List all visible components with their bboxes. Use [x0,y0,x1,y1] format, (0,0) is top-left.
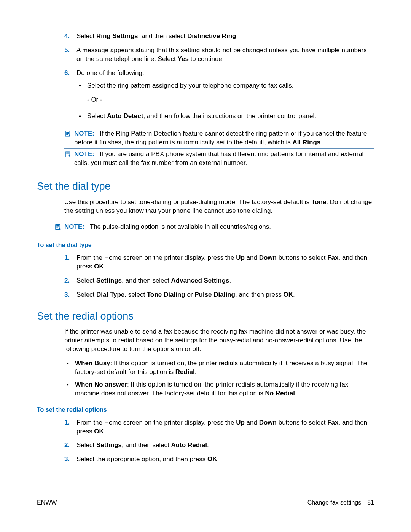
bold: Up [236,419,245,426]
step-body: A message appears stating that this sett… [76,46,374,64]
page-footer: ENWW Change fax settings51 [37,498,374,507]
step-number: 1. [64,419,76,436]
step-body: Do one of the following: Select the ring… [76,69,374,125]
text: . [293,291,295,298]
bullet-icon [64,359,75,377]
step-number: 2. [64,441,76,450]
step-4: 4. Select Ring Settings, and then select… [64,32,374,41]
step-6: 6. Do one of the following: Select the r… [64,69,374,125]
step-number: 2. [64,276,76,285]
step-number: 6. [64,69,76,125]
footer-left: ENWW [37,498,57,507]
step-2: 2. Select Settings, and then select Adva… [64,276,374,285]
footer-right: Change fax settings51 [307,498,374,507]
text: to continue. [189,55,224,62]
bold: Ring Settings [96,32,138,40]
bold: Fax [327,254,338,261]
procedure-heading: To set the dial type [37,241,374,249]
dial-steps: 1. From the Home screen on the printer d… [64,254,374,299]
bold: Yes [178,55,189,62]
text: Select the appropriate option, and then … [76,455,207,463]
text: buttons to select [277,419,327,426]
text: . [195,368,197,375]
step-5: 5. A message appears stating that this s… [64,46,374,64]
text: and [245,254,259,261]
bold: No Redial [265,390,295,397]
text: . [207,441,209,449]
step-3: 3. Select Dial Type, select Tone Dialing… [64,291,374,299]
step-body: From the Home screen on the printer disp… [76,254,374,271]
text: Select [87,112,107,120]
text: From the Home screen on the printer disp… [76,254,236,261]
bold: All Rings [293,139,321,146]
bold: Tone Dialing [147,291,185,298]
heading-set-redial-options: Set the redial options [37,309,374,323]
step-1: 1. From the Home screen on the printer d… [64,254,374,271]
note-label: NOTE: [64,223,84,230]
bullet-item: When No answer: If this option is turned… [64,380,374,398]
text: Use this procedure to set tone-dialing o… [64,198,311,206]
bullet-body: When No answer: If this option is turned… [75,380,374,398]
step-2: 2. Select Settings, and then select Auto… [64,441,374,450]
steps-continued: 4. Select Ring Settings, and then select… [64,32,374,125]
note-body: NOTE: If the Ring Pattern Detection feat… [74,129,374,147]
bold: OK [94,428,104,435]
text: , and then follow the instructions on th… [143,112,316,120]
bold: OK [284,291,293,298]
bold: Dial Type [96,291,124,298]
text: If the Ring Pattern Detection feature ca… [74,130,367,146]
text: . [295,390,297,397]
text: . [104,263,106,270]
note-box: NOTE: If you are using a PBX phone syste… [64,149,374,169]
text: Do one of the following: [76,69,374,78]
note-icon [64,129,74,147]
note-icon [64,150,74,168]
bold: Settings [96,277,122,284]
text: Select [76,441,96,449]
redial-steps: 1. From the Home screen on the printer d… [64,419,374,464]
text: , and then select [138,32,187,40]
bullet-item: Select the ring pattern assigned by your… [76,81,374,108]
bold: OK [207,455,217,463]
bold: When Busy [75,359,110,367]
step-1: 1. From the Home screen on the printer d… [64,419,374,436]
note-body: NOTE: The pulse-dialing option is not av… [64,223,374,232]
step-body: Select Dial Type, select Tone Dialing or… [76,291,374,299]
page-content: 4. Select Ring Settings, and then select… [37,32,374,469]
text: Select the ring pattern assigned by your… [87,81,374,90]
footer-section: Change fax settings [307,499,361,506]
note-label: NOTE: [74,150,94,158]
text: . [229,277,231,284]
paragraph: If the printer was unable to send a fax … [64,328,374,354]
bold: OK [94,263,104,270]
note-body: NOTE: If you are using a PBX phone syste… [74,150,374,168]
text: From the Home screen on the printer disp… [76,419,236,426]
step-number: 1. [64,254,76,271]
bold: Redial [175,368,195,375]
step-number: 5. [64,46,76,64]
step-body: From the Home screen on the printer disp… [76,419,374,436]
step-body: Select Settings, and then select Auto Re… [76,441,374,450]
step-body: Select Settings, and then select Advance… [76,276,374,285]
text: , and then select [122,441,171,449]
procedure-heading: To set the redial options [37,406,374,414]
note-wrap: NOTE: The pulse-dialing option is not av… [54,221,374,233]
step-3: 3. Select the appropriate option, and th… [64,455,374,464]
bullet-item: Select Auto Detect, and then follow the … [76,112,374,121]
text: If you are using a PBX phone system that… [74,150,363,166]
step-body: Select Ring Settings, and then select Di… [76,32,374,41]
note-box: NOTE: The pulse-dialing option is not av… [54,221,374,233]
bold: Fax [327,419,338,426]
bold: When No answer [75,381,127,388]
text: The pulse-dialing option is not availabl… [90,223,271,230]
bold: Auto Detect [107,112,143,120]
bullet-icon [64,380,75,398]
notes-block: NOTE: If the Ring Pattern Detection feat… [64,128,374,170]
bold: Distinctive Ring [187,32,236,40]
text: and [245,419,259,426]
bullet-icon [76,112,87,121]
bold: Advanced Settings [171,277,229,284]
redial-bullets: When Busy: If this option is turned on, … [64,359,374,398]
step-body: Select the appropriate option, and then … [76,455,374,464]
text: Select [76,277,96,284]
